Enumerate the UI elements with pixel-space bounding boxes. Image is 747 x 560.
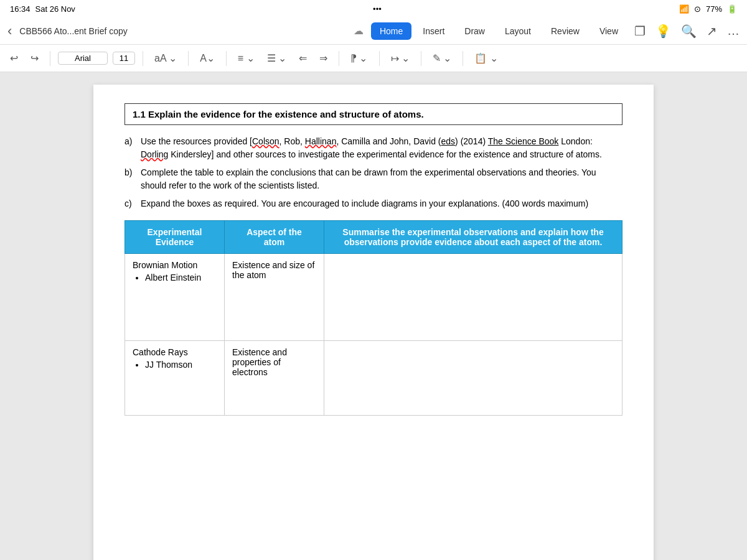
- instruction-a: a) Use the resources provided [Colson, R…: [125, 135, 622, 161]
- header-summary: Summarise the experimental observations …: [324, 221, 622, 254]
- scientist-einstein: Albert Einstein: [145, 271, 217, 284]
- tab-draw[interactable]: Draw: [456, 22, 494, 40]
- more-icon[interactable]: …: [727, 24, 740, 38]
- eds-ref: eds: [441, 136, 456, 146]
- separator-4: [226, 51, 227, 66]
- status-bar-right: 📶 ⊙ 77% 🔋: [679, 4, 737, 14]
- cell-brownian-evidence[interactable]: Brownian Motion Albert Einstein: [125, 254, 225, 341]
- bulb-icon[interactable]: 💡: [655, 24, 671, 39]
- battery-label: 77%: [706, 4, 722, 14]
- hallinan-ref: Hallinan: [305, 136, 337, 146]
- indent-list-button[interactable]: ☰ ⌄: [263, 50, 290, 67]
- header-row: ExperimentalEvidence Aspect of theatom S…: [125, 221, 622, 254]
- align-left-button[interactable]: ⇐: [295, 50, 311, 67]
- pen-button[interactable]: ✎ ⌄: [429, 50, 455, 67]
- cathode-aspect-text: Existence and properties of electrons: [232, 347, 287, 377]
- tab-layout[interactable]: Layout: [496, 22, 540, 40]
- table-header: ExperimentalEvidence Aspect of theatom S…: [125, 221, 622, 254]
- date: Sat 26 Nov: [35, 4, 75, 14]
- doc-area[interactable]: 1.1 Explain the evidence for the existen…: [0, 72, 747, 560]
- nav-tabs: Home Insert Draw Layout Review View: [371, 22, 627, 40]
- dorling-ref: Dorling: [141, 149, 168, 159]
- book-title: The Science Book: [488, 136, 559, 146]
- instruction-b: b) Complete the table to explain the con…: [125, 166, 622, 192]
- share-icon[interactable]: ↗: [707, 24, 717, 39]
- cell-brownian-summary[interactable]: [324, 254, 622, 341]
- separator-5: [339, 51, 339, 66]
- indent-button[interactable]: ↦ ⌄: [387, 50, 413, 67]
- brownian-title: Brownian Motion: [133, 260, 197, 270]
- align-right-button[interactable]: ⇒: [316, 50, 331, 67]
- separator-7: [421, 51, 421, 66]
- time: 16:34: [10, 4, 31, 14]
- undo-button[interactable]: ↩: [6, 50, 22, 67]
- label-a: a): [125, 135, 137, 161]
- text-color-button[interactable]: A⌄: [196, 50, 218, 67]
- format-aa-button[interactable]: aA ⌄: [151, 50, 181, 67]
- header-experimental-evidence: ExperimentalEvidence: [125, 221, 225, 254]
- status-bar: 16:34 Sat 26 Nov ••• 📶 ⊙ 77% 🔋: [0, 0, 747, 17]
- font-selector[interactable]: Arial: [58, 52, 108, 65]
- cloud-icon: ☁: [354, 25, 364, 37]
- cell-cathode-summary[interactable]: [324, 341, 622, 416]
- cell-brownian-aspect[interactable]: Existence and size of the atom: [225, 254, 324, 341]
- cell-cathode-evidence[interactable]: Cathode Rays JJ Thomson: [125, 341, 225, 416]
- dots: •••: [373, 4, 382, 14]
- font-size-selector[interactable]: 11: [113, 52, 135, 65]
- clipboard-button[interactable]: 📋 ⌄: [471, 50, 501, 67]
- instruction-c-text: Expand the boxes as required. You are en…: [141, 197, 588, 210]
- table-body: Brownian Motion Albert Einstein Existenc…: [125, 254, 622, 416]
- separator-2: [143, 51, 143, 66]
- table-row: Brownian Motion Albert Einstein Existenc…: [125, 254, 622, 341]
- search-icon[interactable]: 🔍: [681, 24, 697, 39]
- instruction-b-text: Complete the table to explain the conclu…: [141, 166, 622, 192]
- separator-1: [50, 51, 50, 66]
- instruction-c: c) Expand the boxes as required. You are…: [125, 197, 622, 210]
- colson-ref: Colson: [252, 136, 280, 146]
- evidence-table: ExperimentalEvidence Aspect of theatom S…: [125, 220, 622, 416]
- instructions: a) Use the resources provided [Colson, R…: [125, 135, 622, 210]
- instructions-list: a) Use the resources provided [Colson, R…: [125, 135, 622, 210]
- instruction-a-text: Use the resources provided [Colson, Rob,…: [141, 135, 622, 161]
- signal-icon: ⊙: [694, 4, 701, 14]
- doc-page: 1.1 Explain the evidence for the existen…: [93, 85, 654, 560]
- table-row: Cathode Rays JJ Thomson Existence and pr…: [125, 341, 622, 416]
- cell-cathode-aspect[interactable]: Existence and properties of electrons: [225, 341, 324, 416]
- doc-title: CBB566 Ato...ent Brief copy: [19, 26, 346, 36]
- tab-view[interactable]: View: [591, 22, 627, 40]
- tab-review[interactable]: Review: [542, 22, 588, 40]
- align-list-button[interactable]: ≡ ⌄: [234, 50, 258, 67]
- header-aspect-of-atom: Aspect of theatom: [225, 221, 324, 254]
- section-heading-text: 1.1 Explain the evidence for the existen…: [133, 109, 424, 119]
- separator-3: [188, 51, 189, 66]
- cathode-scientists: JJ Thomson: [133, 358, 217, 371]
- brownian-scientists: Albert Einstein: [133, 271, 217, 284]
- scientist-thomson: JJ Thomson: [145, 358, 217, 371]
- battery-icon: 🔋: [727, 4, 737, 14]
- section-heading: 1.1 Explain the evidence for the existen…: [125, 103, 622, 125]
- tablet-icon[interactable]: ❐: [634, 24, 646, 39]
- title-bar: ‹ CBB566 Ato...ent Brief copy ☁ Home Ins…: [0, 17, 747, 45]
- label-c: c): [125, 197, 137, 210]
- tab-insert[interactable]: Insert: [414, 22, 453, 40]
- toolbar: ↩ ↪ Arial 11 aA ⌄ A⌄ ≡ ⌄ ☰ ⌄ ⇐ ⇒ ⁋ ⌄ ↦ ⌄…: [0, 45, 747, 72]
- paragraph-style-button[interactable]: ⁋ ⌄: [347, 50, 371, 67]
- brownian-aspect-text: Existence and size of the atom: [232, 260, 314, 280]
- status-bar-center: •••: [373, 4, 382, 14]
- tab-home[interactable]: Home: [371, 22, 411, 40]
- status-bar-left: 16:34 Sat 26 Nov: [10, 4, 75, 14]
- wifi-icon: 📶: [679, 4, 689, 14]
- redo-button[interactable]: ↪: [27, 50, 42, 67]
- cathode-title: Cathode Rays: [133, 347, 188, 357]
- back-button[interactable]: ‹: [7, 23, 12, 39]
- separator-8: [463, 51, 463, 66]
- label-b: b): [125, 166, 137, 192]
- separator-6: [379, 51, 380, 66]
- title-bar-icons: ❐ 💡 🔍 ↗ …: [634, 24, 740, 39]
